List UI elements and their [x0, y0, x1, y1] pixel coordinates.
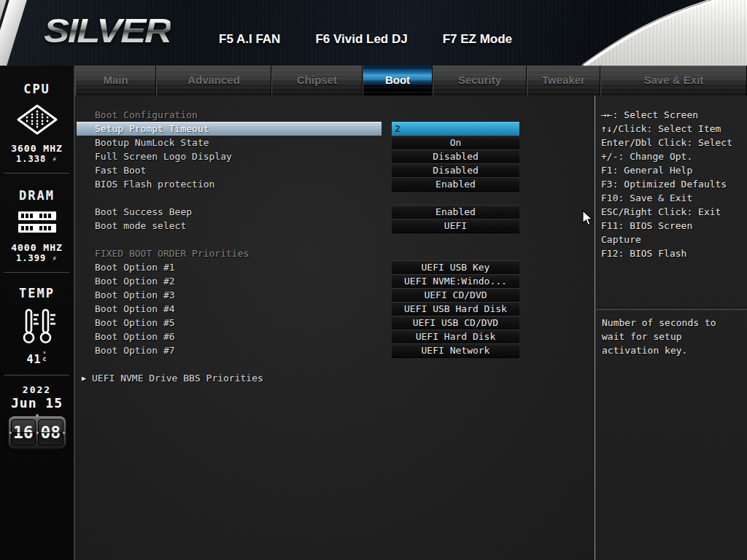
dram-section-label: DRAM: [0, 188, 74, 203]
value-boot-option-1[interactable]: UEFI USB Key: [392, 260, 519, 274]
dram-voltage: 1.399 ⚡: [0, 253, 74, 263]
value-full-screen-logo[interactable]: Disabled: [392, 149, 519, 163]
tab-security[interactable]: Security: [433, 66, 527, 96]
setting-row-boot-option-2[interactable]: Boot Option #2 UEFI NVME:Windo...: [75, 274, 595, 288]
tab-advanced[interactable]: Advanced: [156, 66, 271, 96]
dram-frequency: 4000 MHZ: [0, 242, 74, 253]
clock-minutes: 08: [38, 419, 63, 446]
setting-description: Number of seconds to wait for setup acti…: [602, 316, 732, 357]
help-key-line: ESC/Right Click: Exit: [601, 205, 743, 219]
tab-chipset[interactable]: Chipset: [271, 66, 363, 96]
help-key-line: F10: Save & Exit: [601, 191, 743, 205]
header-hotkeys: F5 A.I FAN F6 Vivid Led DJ F7 EZ Mode: [219, 32, 512, 47]
setting-row-setup-prompt-timeout[interactable]: Setup Prompt Timeout 2: [75, 122, 595, 136]
help-key-line: Capture: [601, 233, 743, 246]
setting-row-boot-mode-select[interactable]: Boot mode select UEFI: [75, 219, 595, 233]
value-boot-option-4[interactable]: UEFI USB Hard Disk: [392, 302, 519, 316]
submenu-uefi-nvme-bbs-priorities[interactable]: ▶UEFI NVME Drive BBS Priorities: [75, 371, 595, 385]
hotkey-f7-ez-mode[interactable]: F7 EZ Mode: [443, 32, 512, 47]
tab-boot[interactable]: Boot: [363, 66, 433, 96]
bios-logo: SILVER: [44, 10, 171, 50]
hardware-monitor-sidebar: CPU 3600 MHZ 1.338 ⚡ DRAM 4000 MHZ 1.399…: [0, 66, 75, 560]
cpu-voltage: 1.338 ⚡: [0, 154, 74, 164]
sidebar-divider: [4, 272, 69, 273]
header-banner: SILVER F5 A.I FAN F6 Vivid Led DJ F7 EZ …: [0, 0, 747, 66]
setting-row-bios-flash-protection[interactable]: BIOS Flash protection Enabled: [75, 177, 595, 191]
setting-row-fast-boot[interactable]: Fast Boot Disabled: [75, 163, 595, 177]
help-key-line: F11: BIOS Screen: [601, 219, 743, 233]
cpu-chip-icon: [15, 104, 59, 136]
value-boot-mode-select[interactable]: UEFI: [392, 219, 519, 233]
temp-value: 41°c: [0, 353, 74, 366]
help-key-line: F3: Optimized Defaults: [601, 177, 743, 191]
cpu-section-label: CPU: [0, 82, 74, 96]
clock-hours: 16: [11, 419, 36, 446]
setting-row-boot-option-4[interactable]: Boot Option #4 UEFI USB Hard Disk: [75, 302, 595, 316]
help-key-line: F1: General Help: [601, 163, 743, 177]
clock-knob: [36, 414, 39, 416]
setting-row-boot-option-1[interactable]: Boot Option #1 UEFI USB Key: [75, 260, 595, 274]
hotkey-f5-ai-fan[interactable]: F5 A.I FAN: [219, 32, 280, 47]
value-boot-option-3[interactable]: UEFI CD/DVD: [392, 288, 519, 302]
help-panel: →←: Select Screen ↑↓/Click: Select Item …: [595, 96, 747, 560]
date-day: Jun 15: [0, 395, 74, 411]
setting-row-boot-success-beep[interactable]: Boot Success Beep Enabled: [75, 205, 595, 219]
boot-settings-panel: Boot Configuration Setup Prompt Timeout …: [75, 96, 595, 560]
tab-main[interactable]: Main: [75, 66, 156, 96]
clock-hinge: [9, 432, 12, 434]
value-boot-option-6[interactable]: UEFI Hard Disk: [392, 330, 519, 343]
temp-section-label: TEMP: [0, 286, 74, 300]
help-key-line: →←: Select Screen: [601, 108, 743, 122]
voltage-bolt-icon: ⚡: [52, 155, 58, 164]
tab-save-exit[interactable]: Save & Exit: [600, 66, 747, 96]
value-setup-prompt-timeout[interactable]: 2: [392, 122, 519, 136]
value-bootup-numlock[interactable]: On: [392, 136, 519, 149]
setting-row-full-screen-logo[interactable]: Full Screen Logo Display Disabled: [75, 149, 595, 163]
help-key-line: +/-: Change Opt.: [601, 149, 743, 163]
setting-row-boot-option-7[interactable]: Boot Option #7 UEFI Network: [75, 343, 595, 357]
ram-sticks-icon: [16, 210, 58, 235]
thermometer-icon: [17, 308, 58, 346]
sidebar-divider: [4, 375, 69, 376]
help-key-line: Enter/Dbl Click: Select: [601, 136, 743, 149]
value-bios-flash-protection[interactable]: Enabled: [392, 177, 519, 191]
value-boot-option-7[interactable]: UEFI Network: [392, 343, 519, 357]
section-title-fixed-boot-order: FIXED BOOT ORDER Priorities: [95, 248, 249, 259]
section-title-boot-configuration: Boot Configuration: [95, 109, 198, 120]
setting-row-boot-option-5[interactable]: Boot Option #5 UEFI USB CD/DVD: [75, 316, 595, 330]
hotkey-f6-vivid-led-dj[interactable]: F6 Vivid Led DJ: [315, 32, 407, 47]
submenu-arrow-icon: ▶: [82, 371, 86, 385]
cpu-frequency: 3600 MHZ: [0, 143, 74, 154]
setting-row-boot-option-3[interactable]: Boot Option #3 UEFI CD/DVD: [75, 288, 595, 302]
clock-hinge: [36, 432, 39, 434]
setting-row-boot-option-6[interactable]: Boot Option #6 UEFI Hard Disk: [75, 330, 595, 343]
help-key-line: F12: BIOS Flash: [601, 246, 743, 260]
value-boot-option-2[interactable]: UEFI NVME:Windo...: [392, 274, 519, 288]
setting-row-bootup-numlock[interactable]: Bootup NumLock State On: [75, 136, 595, 149]
clock-hinge: [63, 432, 65, 434]
sidebar-divider: [4, 173, 69, 174]
help-panel-divider: [596, 308, 747, 310]
mouse-cursor: [582, 210, 594, 226]
voltage-bolt-icon: ⚡: [52, 254, 58, 263]
value-boot-option-5[interactable]: UEFI USB CD/DVD: [392, 316, 519, 330]
date-year: 2022: [0, 384, 74, 395]
value-boot-success-beep[interactable]: Enabled: [392, 205, 519, 219]
tab-tweaker[interactable]: Tweaker: [527, 66, 600, 96]
value-fast-boot[interactable]: Disabled: [392, 163, 519, 177]
help-key-line: ↑↓/Click: Select Item: [601, 122, 743, 136]
flip-clock: 16 08: [9, 416, 66, 448]
menu-tab-bar: Main Advanced Chipset Boot Security Twea…: [75, 66, 747, 96]
